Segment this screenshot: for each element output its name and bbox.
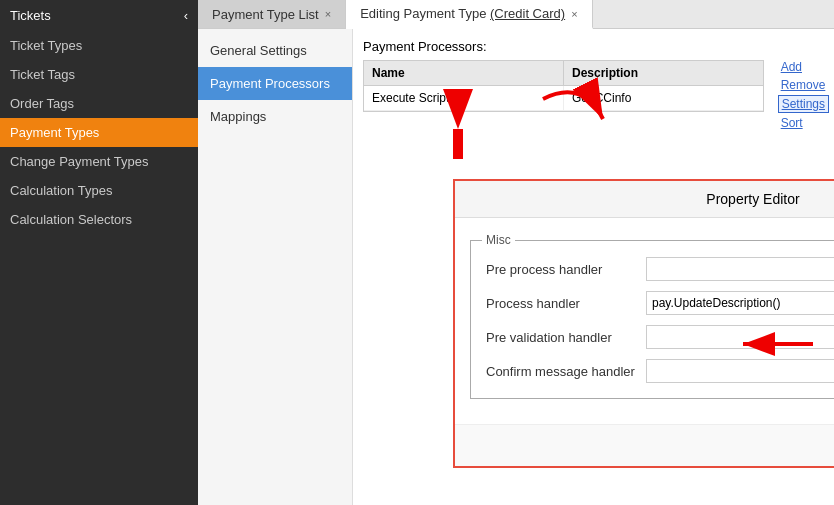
- tab-close-payment-type-list[interactable]: ×: [325, 8, 331, 20]
- field-row-pre-validation: Pre validation handler: [486, 325, 834, 349]
- cell-description: Get CCinfo: [564, 86, 763, 110]
- add-button[interactable]: Add: [778, 59, 829, 75]
- field-label-pre-process: Pre process handler: [486, 262, 646, 277]
- sort-button[interactable]: Sort: [778, 115, 829, 131]
- modal-title: Property Editor: [467, 191, 834, 207]
- sidebar-item-change-payment-types[interactable]: Change Payment Types: [0, 147, 198, 176]
- property-editor-modal: Property Editor × Misc Pre process handl…: [453, 179, 834, 468]
- sidebar-item-ticket-types[interactable]: Ticket Types: [0, 31, 198, 60]
- remove-button[interactable]: Remove: [778, 77, 829, 93]
- cell-name: Execute Script: [364, 86, 564, 110]
- modal-footer: OK: [455, 424, 834, 466]
- field-row-process: Process handler: [486, 291, 834, 315]
- sidebar-item-order-tags[interactable]: Order Tags: [0, 89, 198, 118]
- tab-bar: Payment Type List × Editing Payment Type…: [198, 0, 834, 29]
- sidebar-collapse-icon[interactable]: ‹: [184, 8, 188, 23]
- sidebar-item-payment-types[interactable]: Payment Types: [0, 118, 198, 147]
- process-handler-input[interactable]: [646, 291, 834, 315]
- table-header: Name Description: [364, 61, 763, 86]
- sidebar: Tickets ‹ Ticket Types Ticket Tags Order…: [0, 0, 198, 505]
- settings-button[interactable]: Settings: [778, 95, 829, 113]
- sub-nav: General Settings Payment Processors Mapp…: [198, 29, 353, 505]
- pre-validation-handler-input[interactable]: [646, 325, 834, 349]
- table-row[interactable]: Execute Script Get CCinfo: [364, 86, 763, 111]
- modal-header: Property Editor ×: [455, 181, 834, 218]
- sidebar-item-calculation-types[interactable]: Calculation Types: [0, 176, 198, 205]
- processors-table: Name Description Execute Script Get CCin…: [363, 60, 764, 112]
- sub-nav-mappings[interactable]: Mappings: [198, 100, 352, 133]
- col-name: Name: [364, 61, 564, 85]
- tab-close-editing[interactable]: ×: [571, 8, 577, 20]
- confirm-message-handler-input[interactable]: [646, 359, 834, 383]
- tab-payment-type-list[interactable]: Payment Type List ×: [198, 0, 346, 28]
- field-row-confirm-message: Confirm message handler: [486, 359, 834, 383]
- sidebar-item-ticket-tags[interactable]: Ticket Tags: [0, 60, 198, 89]
- field-label-pre-validation: Pre validation handler: [486, 330, 646, 345]
- pre-process-handler-input[interactable]: [646, 257, 834, 281]
- field-label-confirm-message: Confirm message handler: [486, 364, 646, 379]
- field-label-process: Process handler: [486, 296, 646, 311]
- tab-editing-payment-type[interactable]: Editing Payment Type (Credit Card) ×: [346, 0, 592, 29]
- svg-rect-1: [453, 129, 463, 159]
- col-description: Description: [564, 61, 763, 85]
- right-panel: Payment Processors: Name Description Exe…: [353, 29, 834, 505]
- content-area: General Settings Payment Processors Mapp…: [198, 29, 834, 505]
- fieldset-legend: Misc: [482, 233, 515, 247]
- sidebar-title: Tickets: [10, 8, 51, 23]
- sub-nav-general-settings[interactable]: General Settings: [198, 34, 352, 67]
- panel-title: Payment Processors:: [363, 39, 824, 54]
- action-buttons: Add Remove Settings Sort: [778, 59, 829, 131]
- sidebar-header: Tickets ‹: [0, 0, 198, 31]
- modal-body: Misc Pre process handler Process handler: [455, 218, 834, 424]
- field-row-pre-process: Pre process handler: [486, 257, 834, 281]
- main-content: Payment Type List × Editing Payment Type…: [198, 0, 834, 505]
- sidebar-item-calculation-selectors[interactable]: Calculation Selectors: [0, 205, 198, 234]
- sub-nav-payment-processors[interactable]: Payment Processors: [198, 67, 352, 100]
- misc-fieldset: Misc Pre process handler Process handler: [470, 233, 834, 399]
